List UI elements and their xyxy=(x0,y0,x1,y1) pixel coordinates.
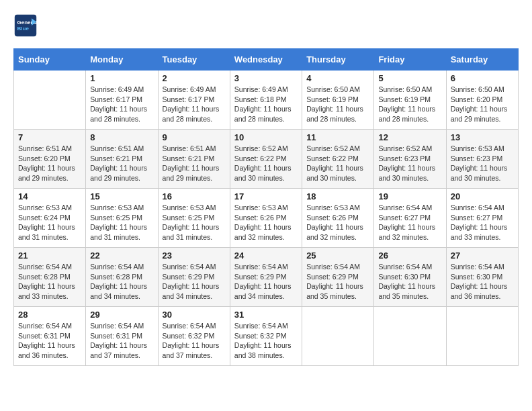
logo-icon: General Blue xyxy=(13,13,38,38)
day-info: Sunrise: 6:54 AM Sunset: 6:27 PM Dayligh… xyxy=(451,203,514,242)
calendar-cell: 5Sunrise: 6:50 AM Sunset: 6:19 PM Daylig… xyxy=(374,71,446,130)
day-number: 23 xyxy=(163,250,226,261)
calendar-table: SundayMondayTuesdayWednesdayThursdayFrid… xyxy=(13,48,519,366)
day-info: Sunrise: 6:50 AM Sunset: 6:19 PM Dayligh… xyxy=(378,85,441,124)
day-number: 9 xyxy=(163,132,226,142)
day-info: Sunrise: 6:51 AM Sunset: 6:21 PM Dayligh… xyxy=(163,144,226,183)
day-info: Sunrise: 6:52 AM Sunset: 6:22 PM Dayligh… xyxy=(234,144,298,183)
calendar-col-tuesday: Tuesday xyxy=(158,49,230,71)
svg-text:Blue: Blue xyxy=(17,26,29,32)
calendar-week-row: 28Sunrise: 6:54 AM Sunset: 6:31 PM Dayli… xyxy=(14,307,519,366)
calendar-cell: 20Sunrise: 6:54 AM Sunset: 6:27 PM Dayli… xyxy=(446,189,518,248)
day-number: 27 xyxy=(451,250,514,261)
day-number: 16 xyxy=(163,191,226,201)
day-number: 4 xyxy=(306,73,369,83)
calendar-cell: 15Sunrise: 6:53 AM Sunset: 6:25 PM Dayli… xyxy=(86,189,158,248)
day-number: 30 xyxy=(163,310,226,320)
day-info: Sunrise: 6:54 AM Sunset: 6:31 PM Dayligh… xyxy=(90,321,153,361)
day-number: 25 xyxy=(306,250,369,261)
calendar-col-wednesday: Wednesday xyxy=(230,49,302,71)
calendar-cell: 14Sunrise: 6:53 AM Sunset: 6:24 PM Dayli… xyxy=(14,189,86,248)
calendar-cell: 10Sunrise: 6:52 AM Sunset: 6:22 PM Dayli… xyxy=(230,130,302,189)
day-info: Sunrise: 6:49 AM Sunset: 6:18 PM Dayligh… xyxy=(234,85,298,124)
calendar-col-thursday: Thursday xyxy=(302,49,374,71)
day-info: Sunrise: 6:53 AM Sunset: 6:24 PM Dayligh… xyxy=(18,203,81,242)
day-info: Sunrise: 6:54 AM Sunset: 6:29 PM Dayligh… xyxy=(234,262,298,302)
day-info: Sunrise: 6:53 AM Sunset: 6:26 PM Dayligh… xyxy=(234,203,298,242)
day-info: Sunrise: 6:54 AM Sunset: 6:31 PM Dayligh… xyxy=(18,321,81,361)
day-info: Sunrise: 6:54 AM Sunset: 6:28 PM Dayligh… xyxy=(18,262,81,302)
day-info: Sunrise: 6:50 AM Sunset: 6:20 PM Dayligh… xyxy=(451,85,514,124)
calendar-cell: 9Sunrise: 6:51 AM Sunset: 6:21 PM Daylig… xyxy=(158,130,230,189)
day-info: Sunrise: 6:54 AM Sunset: 6:32 PM Dayligh… xyxy=(234,321,298,361)
calendar-week-row: 7Sunrise: 6:51 AM Sunset: 6:20 PM Daylig… xyxy=(14,130,519,189)
day-number: 15 xyxy=(90,191,153,201)
day-number: 11 xyxy=(306,132,369,142)
day-number: 17 xyxy=(234,191,298,201)
calendar-cell xyxy=(374,307,446,366)
day-number: 13 xyxy=(451,132,514,142)
calendar-cell: 6Sunrise: 6:50 AM Sunset: 6:20 PM Daylig… xyxy=(446,71,518,130)
calendar-cell: 11Sunrise: 6:52 AM Sunset: 6:22 PM Dayli… xyxy=(302,130,374,189)
calendar-cell: 8Sunrise: 6:51 AM Sunset: 6:21 PM Daylig… xyxy=(86,130,158,189)
day-info: Sunrise: 6:52 AM Sunset: 6:22 PM Dayligh… xyxy=(306,144,369,183)
calendar-col-friday: Friday xyxy=(374,49,446,71)
calendar-week-row: 14Sunrise: 6:53 AM Sunset: 6:24 PM Dayli… xyxy=(14,189,519,248)
calendar-cell: 28Sunrise: 6:54 AM Sunset: 6:31 PM Dayli… xyxy=(14,307,86,366)
calendar-cell: 22Sunrise: 6:54 AM Sunset: 6:28 PM Dayli… xyxy=(86,248,158,307)
day-number: 28 xyxy=(18,310,81,320)
day-info: Sunrise: 6:53 AM Sunset: 6:26 PM Dayligh… xyxy=(306,203,369,242)
calendar-cell xyxy=(446,307,518,366)
calendar-cell: 27Sunrise: 6:54 AM Sunset: 6:30 PM Dayli… xyxy=(446,248,518,307)
day-info: Sunrise: 6:53 AM Sunset: 6:23 PM Dayligh… xyxy=(451,144,514,183)
day-info: Sunrise: 6:53 AM Sunset: 6:25 PM Dayligh… xyxy=(90,203,153,242)
day-info: Sunrise: 6:49 AM Sunset: 6:17 PM Dayligh… xyxy=(90,85,153,124)
day-number: 31 xyxy=(234,310,298,320)
day-info: Sunrise: 6:54 AM Sunset: 6:32 PM Dayligh… xyxy=(163,321,226,361)
calendar-cell: 17Sunrise: 6:53 AM Sunset: 6:26 PM Dayli… xyxy=(230,189,302,248)
day-info: Sunrise: 6:54 AM Sunset: 6:29 PM Dayligh… xyxy=(306,262,369,302)
day-info: Sunrise: 6:54 AM Sunset: 6:30 PM Dayligh… xyxy=(451,262,514,302)
day-number: 5 xyxy=(378,73,441,83)
calendar-cell: 2Sunrise: 6:49 AM Sunset: 6:17 PM Daylig… xyxy=(158,71,230,130)
day-info: Sunrise: 6:53 AM Sunset: 6:25 PM Dayligh… xyxy=(163,203,226,242)
calendar-cell: 19Sunrise: 6:54 AM Sunset: 6:27 PM Dayli… xyxy=(374,189,446,248)
day-info: Sunrise: 6:51 AM Sunset: 6:20 PM Dayligh… xyxy=(18,144,81,183)
day-number: 29 xyxy=(90,310,153,320)
calendar-cell: 18Sunrise: 6:53 AM Sunset: 6:26 PM Dayli… xyxy=(302,189,374,248)
calendar-week-row: 21Sunrise: 6:54 AM Sunset: 6:28 PM Dayli… xyxy=(14,248,519,307)
day-info: Sunrise: 6:52 AM Sunset: 6:23 PM Dayligh… xyxy=(378,144,441,183)
day-number: 12 xyxy=(378,132,441,142)
calendar-header-row: SundayMondayTuesdayWednesdayThursdayFrid… xyxy=(14,49,519,71)
day-info: Sunrise: 6:54 AM Sunset: 6:27 PM Dayligh… xyxy=(378,203,441,242)
day-info: Sunrise: 6:49 AM Sunset: 6:17 PM Dayligh… xyxy=(163,85,226,124)
calendar-cell: 3Sunrise: 6:49 AM Sunset: 6:18 PM Daylig… xyxy=(230,71,302,130)
day-info: Sunrise: 6:54 AM Sunset: 6:28 PM Dayligh… xyxy=(90,262,153,302)
day-number: 24 xyxy=(234,250,298,261)
day-info: Sunrise: 6:54 AM Sunset: 6:29 PM Dayligh… xyxy=(163,262,226,302)
day-info: Sunrise: 6:54 AM Sunset: 6:30 PM Dayligh… xyxy=(378,262,441,302)
day-number: 26 xyxy=(378,250,441,261)
day-number: 14 xyxy=(18,191,81,201)
day-number: 3 xyxy=(234,73,298,83)
day-number: 10 xyxy=(234,132,298,142)
calendar-cell xyxy=(14,71,86,130)
day-info: Sunrise: 6:51 AM Sunset: 6:21 PM Dayligh… xyxy=(90,144,153,183)
logo: General Blue xyxy=(13,13,38,38)
day-number: 2 xyxy=(163,73,226,83)
calendar-cell: 26Sunrise: 6:54 AM Sunset: 6:30 PM Dayli… xyxy=(374,248,446,307)
day-info: Sunrise: 6:50 AM Sunset: 6:19 PM Dayligh… xyxy=(306,85,369,124)
day-number: 22 xyxy=(90,250,153,261)
calendar-cell: 29Sunrise: 6:54 AM Sunset: 6:31 PM Dayli… xyxy=(86,307,158,366)
calendar-cell: 16Sunrise: 6:53 AM Sunset: 6:25 PM Dayli… xyxy=(158,189,230,248)
calendar-cell: 25Sunrise: 6:54 AM Sunset: 6:29 PM Dayli… xyxy=(302,248,374,307)
calendar-week-row: 1Sunrise: 6:49 AM Sunset: 6:17 PM Daylig… xyxy=(14,71,519,130)
calendar-cell: 30Sunrise: 6:54 AM Sunset: 6:32 PM Dayli… xyxy=(158,307,230,366)
calendar-cell: 24Sunrise: 6:54 AM Sunset: 6:29 PM Dayli… xyxy=(230,248,302,307)
calendar-cell: 7Sunrise: 6:51 AM Sunset: 6:20 PM Daylig… xyxy=(14,130,86,189)
page-header: General Blue xyxy=(13,13,519,38)
calendar-col-monday: Monday xyxy=(86,49,158,71)
calendar-cell: 4Sunrise: 6:50 AM Sunset: 6:19 PM Daylig… xyxy=(302,71,374,130)
calendar-col-saturday: Saturday xyxy=(446,49,518,71)
day-number: 20 xyxy=(451,191,514,201)
